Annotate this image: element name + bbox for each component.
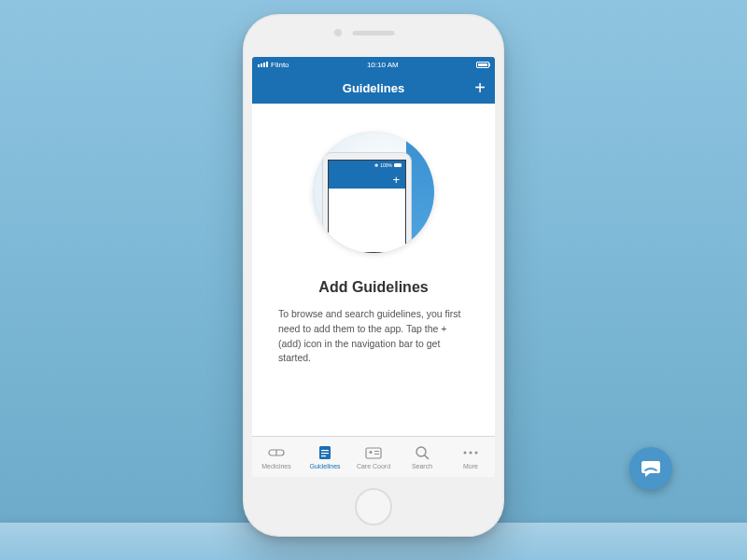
tab-bar: Medicines Guidelines Care Coord Search xyxy=(252,436,495,477)
chat-icon xyxy=(640,457,662,480)
tab-search[interactable]: Search xyxy=(398,437,446,477)
id-card-icon xyxy=(365,444,382,461)
dots-icon xyxy=(462,444,479,461)
tab-more[interactable]: More xyxy=(446,437,495,477)
pill-icon xyxy=(268,444,285,461)
battery-icon xyxy=(394,163,402,167)
home-button[interactable] xyxy=(355,488,392,525)
carrier-label: Flinto xyxy=(271,61,289,69)
svg-rect-6 xyxy=(366,448,381,458)
plus-icon: + xyxy=(392,173,400,187)
content-area: ✱ 100% + Add Guidelines To browse and se… xyxy=(252,104,495,436)
tab-label: Care Coord xyxy=(357,463,390,469)
svg-point-13 xyxy=(470,452,472,455)
chat-fab[interactable] xyxy=(629,447,672,490)
svg-point-7 xyxy=(370,451,373,454)
magnifier-icon xyxy=(415,444,430,461)
camera-dot xyxy=(334,29,342,36)
page-title: Guidelines xyxy=(343,81,404,95)
svg-rect-8 xyxy=(374,451,379,452)
svg-rect-4 xyxy=(321,453,329,454)
empty-state-body: To browse and search guidelines, you fir… xyxy=(271,307,476,366)
tab-guidelines[interactable]: Guidelines xyxy=(301,437,349,477)
clipboard-icon xyxy=(318,444,331,461)
navigation-bar: Guidelines + xyxy=(252,72,495,104)
svg-rect-3 xyxy=(321,450,329,451)
tab-medicines[interactable]: Medicines xyxy=(252,437,301,477)
tab-label: Search xyxy=(412,463,432,469)
battery-icon xyxy=(476,62,489,68)
tab-label: Medicines xyxy=(261,463,291,469)
svg-rect-5 xyxy=(321,455,326,456)
tab-label: Guidelines xyxy=(309,463,340,469)
signal-icon xyxy=(258,62,268,67)
empty-state-heading: Add Guidelines xyxy=(318,279,428,296)
bluetooth-icon: ✱ xyxy=(374,162,378,168)
tab-care-coord[interactable]: Care Coord xyxy=(349,437,398,477)
phone-frame: Flinto 10:10 AM Guidelines + ✱ 100% xyxy=(243,14,504,537)
add-button[interactable]: + xyxy=(474,78,486,97)
svg-rect-9 xyxy=(374,454,379,455)
clock-label: 10:10 AM xyxy=(367,61,399,69)
illustration-battery-label: 100% xyxy=(380,162,392,168)
screen: Flinto 10:10 AM Guidelines + ✱ 100% xyxy=(252,57,495,477)
speaker-slot xyxy=(353,31,395,35)
status-bar: Flinto 10:10 AM xyxy=(252,57,495,72)
illustration: ✱ 100% + xyxy=(313,132,434,253)
svg-line-11 xyxy=(425,455,429,459)
svg-point-14 xyxy=(475,452,478,455)
svg-point-12 xyxy=(464,452,467,455)
tab-label: More xyxy=(463,463,478,469)
